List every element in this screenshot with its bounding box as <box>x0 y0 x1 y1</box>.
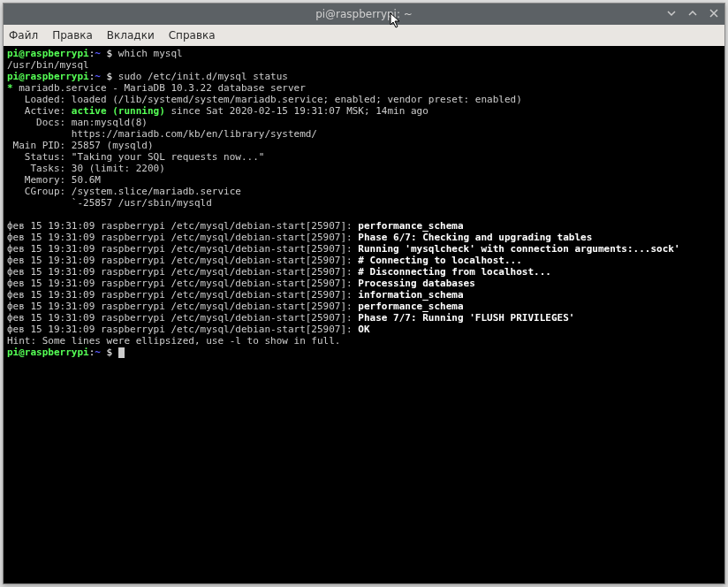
service-header: mariadb.service - MariaDB 10.3.22 databa… <box>13 82 306 94</box>
log-line: фев 15 19:31:09 raspberrypi /etc/mysql/d… <box>7 232 592 243</box>
service-status: Status: "Taking your SQL requests now...… <box>7 151 264 163</box>
terminal-area[interactable]: pi@raspberrypi:~ $ which mysql /usr/bin/… <box>4 46 724 583</box>
prompt-line-2: pi@raspberrypi:~ $ sudo /etc/init.d/mysq… <box>7 71 288 82</box>
service-mainpid: Main PID: 25857 (mysqld) <box>7 140 154 151</box>
log-line: фев 15 19:31:09 raspberrypi /etc/mysql/d… <box>7 312 574 324</box>
service-docs2: https://mariadb.com/kb/en/library/system… <box>7 128 317 140</box>
menu-file[interactable]: Файл <box>9 29 38 42</box>
service-cgroup2: `-25857 /usr/sbin/mysqld <box>7 197 212 209</box>
service-tasks: Tasks: 30 (limit: 2200) <box>7 163 165 174</box>
prompt-line-1: pi@raspberrypi:~ $ which mysql <box>7 48 183 59</box>
maximize-icon[interactable] <box>686 7 700 21</box>
service-loaded: Loaded: loaded (/lib/systemd/system/mari… <box>7 94 522 105</box>
menu-edit[interactable]: Правка <box>52 29 93 42</box>
log-line: фев 15 19:31:09 raspberrypi /etc/mysql/d… <box>7 324 370 335</box>
log-line: фев 15 19:31:09 raspberrypi /etc/mysql/d… <box>7 255 522 266</box>
hint-line: Hint: Some lines were ellipsized, use -l… <box>7 335 341 347</box>
window-controls <box>664 4 721 25</box>
command-2: sudo /etc/init.d/mysql status <box>118 71 288 82</box>
prompt-line-3: pi@raspberrypi:~ $ <box>7 347 125 358</box>
text-cursor <box>118 347 125 358</box>
log-line: фев 15 19:31:09 raspberrypi /etc/mysql/d… <box>7 278 475 289</box>
log-line: фев 15 19:31:09 raspberrypi /etc/mysql/d… <box>7 266 551 278</box>
close-icon[interactable] <box>707 7 721 21</box>
service-memory: Memory: 50.6M <box>7 174 101 186</box>
window-title: pi@raspberrypi: ~ <box>315 8 413 20</box>
menu-tabs[interactable]: Вкладки <box>107 29 155 42</box>
minimize-icon[interactable] <box>664 7 679 21</box>
output-which: /usr/bin/mysql <box>7 59 89 71</box>
menu-help[interactable]: Справка <box>169 29 216 42</box>
log-line: фев 15 19:31:09 raspberrypi /etc/mysql/d… <box>7 301 464 312</box>
log-line: фев 15 19:31:09 raspberrypi /etc/mysql/d… <box>7 289 464 301</box>
service-docs1: Docs: man:mysqld(8) <box>7 117 148 128</box>
prompt-userhost: pi@raspberrypi <box>7 48 89 59</box>
status-bullet: * <box>7 82 13 94</box>
titlebar: pi@raspberrypi: ~ <box>4 4 724 25</box>
prompt-path: ~ <box>95 48 101 59</box>
menubar: Файл Правка Вкладки Справка <box>4 25 724 46</box>
service-active: Active: active (running) since Sat 2020-… <box>7 105 428 117</box>
log-line: фев 15 19:31:09 raspberrypi /etc/mysql/d… <box>7 243 680 255</box>
command-1: which mysql <box>118 48 183 59</box>
terminal-window: pi@raspberrypi: ~ Файл Правка Вкладки Сп… <box>3 3 725 584</box>
service-cgroup1: CGroup: /system.slice/mariadb.service <box>7 186 241 197</box>
log-line: фев 15 19:31:09 raspberrypi /etc/mysql/d… <box>7 220 464 232</box>
